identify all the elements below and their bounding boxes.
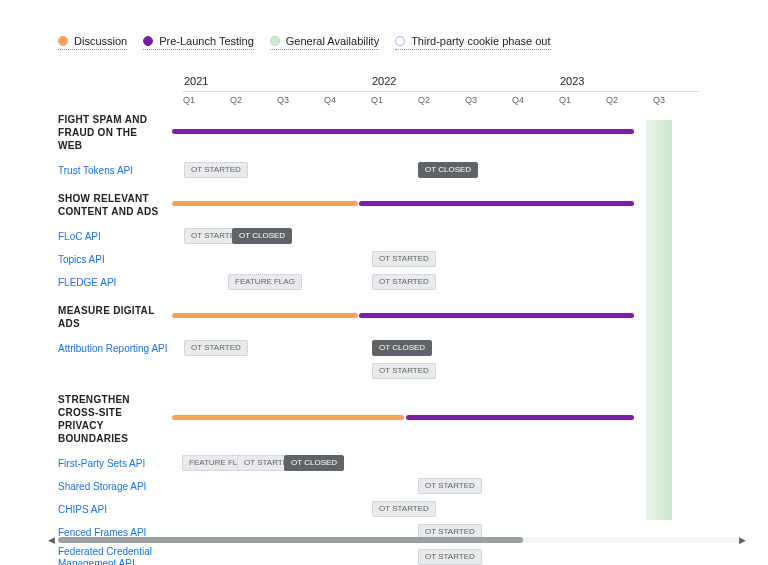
legend: DiscussionPre-Launch TestingGeneral Avai… bbox=[0, 0, 768, 50]
legend-item[interactable]: General Availability bbox=[270, 35, 379, 50]
milestone-tag: OT STARTED bbox=[372, 251, 436, 267]
general-availability-zone bbox=[646, 120, 672, 520]
legend-label: General Availability bbox=[286, 35, 379, 47]
quarter-label: Q3 bbox=[464, 91, 511, 105]
scroll-left-icon[interactable]: ◀ bbox=[48, 535, 55, 545]
phase-bar bbox=[359, 313, 634, 318]
scrollbar-thumb[interactable] bbox=[58, 537, 523, 543]
phase-bar bbox=[406, 415, 634, 420]
milestone-tag: OT CLOSED bbox=[372, 340, 432, 356]
api-link[interactable]: FLEDGE API bbox=[0, 277, 182, 289]
year-label: 2023 bbox=[560, 75, 748, 87]
milestone-tag: OT STARTED bbox=[418, 549, 482, 565]
api-link[interactable]: Topics API bbox=[0, 254, 182, 266]
milestone-tag: OT CLOSED bbox=[284, 455, 344, 471]
quarter-label: Q3 bbox=[652, 91, 699, 105]
legend-dot-icon bbox=[270, 36, 280, 46]
legend-item[interactable]: Discussion bbox=[58, 35, 127, 50]
phase-bar bbox=[172, 415, 404, 420]
milestone-tag: OT STARTED bbox=[184, 162, 248, 178]
timeline-row: Federated Credential Management APIOT ST… bbox=[0, 546, 768, 565]
quarter-label: Q1 bbox=[558, 91, 605, 105]
quarter-label: Q1 bbox=[370, 91, 417, 105]
section-bar-track bbox=[170, 307, 768, 325]
legend-item[interactable]: Third-party cookie phase out bbox=[395, 35, 550, 50]
api-link[interactable]: Federated Credential Management API bbox=[0, 546, 182, 565]
milestone-tag: OT CLOSED bbox=[418, 162, 478, 178]
quarter-label: Q4 bbox=[511, 91, 558, 105]
section-header: STRENGTHEN CROSS-SITE PRIVACY BOUNDARIES bbox=[0, 385, 170, 451]
milestone-tag: OT STARTED bbox=[372, 274, 436, 290]
legend-item[interactable]: Pre-Launch Testing bbox=[143, 35, 254, 50]
legend-dot-icon bbox=[395, 36, 405, 46]
year-label: 2022 bbox=[372, 75, 560, 87]
phase-bar bbox=[172, 129, 634, 134]
phase-bar bbox=[359, 201, 634, 206]
milestone-tag: OT STARTED bbox=[184, 340, 248, 356]
quarter-label: Q2 bbox=[605, 91, 652, 105]
milestone-tag: OT STARTED bbox=[418, 478, 482, 494]
timeline-header: 202120222023 Q1Q2Q3Q4Q1Q2Q3Q4Q1Q2Q3 bbox=[0, 75, 768, 105]
api-link[interactable]: Trust Tokens API bbox=[0, 165, 182, 177]
milestone-tag: FEATURE FLAG bbox=[228, 274, 302, 290]
milestone-tag: OT CLOSED bbox=[232, 228, 292, 244]
section-bar-track bbox=[170, 409, 768, 427]
quarter-label: Q2 bbox=[229, 91, 276, 105]
api-link[interactable]: Attribution Reporting API bbox=[0, 343, 182, 355]
legend-dot-icon bbox=[58, 36, 68, 46]
legend-dot-icon bbox=[143, 36, 153, 46]
legend-label: Third-party cookie phase out bbox=[411, 35, 550, 47]
api-link[interactable]: First-Party Sets API bbox=[0, 458, 182, 470]
api-link[interactable]: CHIPS API bbox=[0, 504, 182, 516]
quarter-label: Q4 bbox=[323, 91, 370, 105]
api-link[interactable]: FLoC API bbox=[0, 231, 182, 243]
section-bar-track bbox=[170, 123, 768, 141]
quarter-label: Q1 bbox=[182, 91, 229, 105]
quarter-row: Q1Q2Q3Q4Q1Q2Q3Q4Q1Q2Q3 bbox=[182, 91, 768, 105]
section-header: FIGHT SPAM AND FRAUD ON THE WEB bbox=[0, 105, 170, 158]
scroll-right-icon[interactable]: ▶ bbox=[739, 535, 746, 545]
section-header: MEASURE DIGITAL ADS bbox=[0, 296, 170, 336]
year-label: 2021 bbox=[184, 75, 372, 87]
horizontal-scrollbar[interactable] bbox=[58, 537, 738, 543]
api-link[interactable]: Shared Storage API bbox=[0, 481, 182, 493]
year-row: 202120222023 bbox=[182, 75, 768, 87]
quarter-label: Q2 bbox=[417, 91, 464, 105]
milestone-tag: OT STARTED bbox=[372, 501, 436, 517]
phase-bar bbox=[172, 201, 358, 206]
section-header: SHOW RELEVANT CONTENT AND ADS bbox=[0, 184, 170, 224]
phase-bar bbox=[172, 313, 358, 318]
quarter-label: Q3 bbox=[276, 91, 323, 105]
milestone-tag: OT STARTED bbox=[372, 363, 436, 379]
legend-label: Pre-Launch Testing bbox=[159, 35, 254, 47]
legend-label: Discussion bbox=[74, 35, 127, 47]
section-bar-track bbox=[170, 195, 768, 213]
